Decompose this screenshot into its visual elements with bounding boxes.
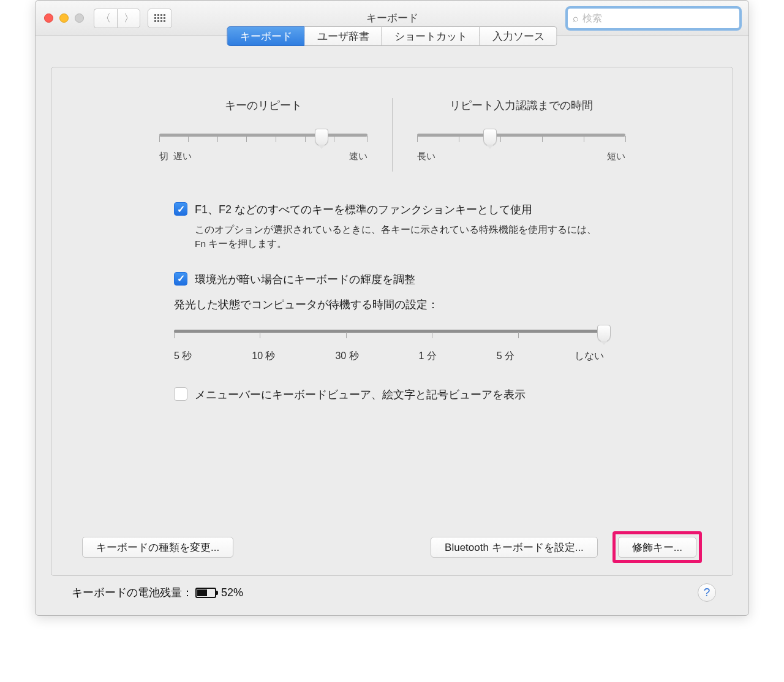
ambient-row: 環境光が暗い場合にキーボードの輝度を調整 (174, 272, 702, 287)
key-repeat-block: キーのリピート (159, 98, 368, 172)
fn-keys-row: F1、F2 などのすべてのキーを標準のファンクションキーとして使用 (174, 202, 702, 218)
highlight-box: 修飾キー... (612, 531, 702, 563)
fn-keys-sub: このオプションが選択されているときに、各キーに示されている特殊機能を使用するには… (195, 222, 598, 251)
ambient-label: 環境光が暗い場合にキーボードの輝度を調整 (195, 272, 415, 287)
grid-icon (154, 14, 165, 22)
menubar-viewer-label: メニューバーにキーボードビューア、絵文字と記号ビューアを表示 (195, 387, 526, 403)
content: キーボード ユーザ辞書 ショートカット 入力ソース キーのリピート (36, 36, 748, 615)
modifier-keys-button[interactable]: 修飾キー... (618, 537, 696, 558)
delay-block: リピート入力認識までの時間 長い (417, 98, 625, 172)
key-repeat-thumb[interactable] (315, 129, 328, 146)
forward-button[interactable]: 〉 (117, 9, 140, 28)
backlight-ticks: 5 秒 10 秒 30 秒 1 分 5 分 しない (174, 350, 604, 363)
divider (392, 98, 393, 172)
backlight-label: 発光した状態でコンピュータが待機する時間の設定： (174, 297, 702, 312)
backlight-slider-wrap: 5 秒 10 秒 30 秒 1 分 5 分 しない (174, 324, 604, 363)
nav-buttons: 〈 〉 (94, 9, 140, 28)
key-repeat-label: キーのリピート (159, 98, 368, 113)
fn-keys-checkbox[interactable] (174, 202, 187, 216)
backlight-thumb[interactable] (597, 325, 611, 342)
minimize-icon[interactable] (59, 13, 69, 23)
tab-user-dict[interactable]: ユーザ辞書 (305, 26, 382, 46)
delay-slider[interactable] (417, 127, 625, 142)
menubar-viewer-row: メニューバーにキーボードビューア、絵文字と記号ビューアを表示 (174, 387, 702, 403)
delay-ends: 長い 短い (417, 151, 625, 162)
prefs-window: 〈 〉 キーボード ⌕ キーボード ユーザ辞書 ショートカット 入力ソース (35, 0, 749, 616)
backlight-slider[interactable] (174, 324, 604, 339)
tab-shortcuts[interactable]: ショートカット (382, 26, 480, 46)
search-field[interactable]: ⌕ (567, 8, 740, 29)
show-all-button[interactable] (148, 9, 172, 28)
bottom-bar: キーボードの電池残量： 52% ? (51, 576, 733, 604)
key-repeat-slider[interactable] (159, 127, 368, 142)
battery-label: キーボードの電池残量： (72, 585, 193, 600)
search-input[interactable] (582, 13, 734, 24)
zoom-icon (75, 13, 84, 23)
traffic-lights (44, 13, 84, 23)
close-icon[interactable] (44, 13, 53, 23)
help-button[interactable]: ? (698, 583, 716, 602)
chevron-left-icon: 〈 (100, 11, 111, 25)
change-keyboard-type-button[interactable]: キーボードの種類を変更... (82, 537, 233, 558)
bluetooth-keyboard-button[interactable]: Bluetooth キーボードを設定... (431, 537, 598, 558)
key-repeat-ends: 切 遅い 速い (159, 151, 368, 162)
back-button[interactable]: 〈 (94, 9, 117, 28)
tab-input-sources[interactable]: 入力ソース (480, 26, 557, 46)
tab-bar: キーボード ユーザ辞書 ショートカット 入力ソース (227, 26, 557, 46)
delay-label: リピート入力認識までの時間 (417, 98, 625, 113)
fn-keys-label: F1、F2 などのすべてのキーを標準のファンクションキーとして使用 (195, 202, 532, 218)
delay-thumb[interactable] (483, 129, 497, 146)
battery-value: 52% (221, 586, 243, 599)
search-icon: ⌕ (573, 13, 579, 24)
ambient-checkbox[interactable] (174, 272, 187, 286)
footer-buttons: キーボードの種類を変更... Bluetooth キーボードを設定... 修飾キ… (82, 482, 702, 563)
battery-icon (195, 588, 216, 598)
menubar-viewer-checkbox[interactable] (174, 387, 187, 401)
chevron-right-icon: 〉 (124, 11, 134, 25)
panel: キーのリピート (51, 67, 733, 576)
tab-keyboard[interactable]: キーボード (227, 26, 305, 46)
slider-row: キーのリピート (82, 98, 702, 172)
